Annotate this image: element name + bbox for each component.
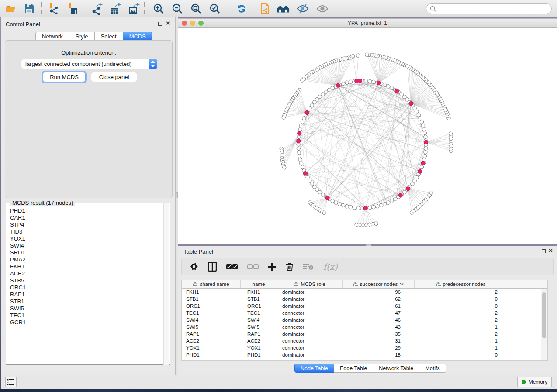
add-icon[interactable] (268, 261, 276, 272)
graph-node[interactable] (424, 135, 427, 138)
graph-node[interactable] (308, 107, 311, 110)
column-header-predecessor-nodes[interactable]: predecessor nodes (415, 280, 507, 288)
zoom-in-icon[interactable] (152, 2, 165, 15)
graph-node[interactable] (282, 166, 286, 169)
graph-node[interactable] (415, 110, 419, 113)
tab-style[interactable]: Style (69, 32, 95, 41)
graph-node[interactable] (356, 206, 360, 210)
mcds-result-item[interactable]: STP4 (7, 221, 163, 228)
graph-node[interactable] (280, 153, 284, 157)
graph-node[interactable] (383, 202, 387, 206)
graph-node[interactable] (282, 116, 285, 119)
graph-node[interactable] (419, 117, 422, 120)
task-history-button[interactable] (5, 377, 17, 387)
mcds-result-item[interactable]: FKH1 (7, 263, 163, 270)
graph-hub-node[interactable] (303, 172, 307, 175)
graph-node[interactable] (379, 203, 383, 207)
graph-node[interactable] (338, 202, 341, 206)
split-columns-icon[interactable] (208, 261, 217, 272)
graph-node[interactable] (420, 165, 423, 169)
graph-node[interactable] (390, 86, 394, 90)
graph-hub-node[interactable] (305, 110, 309, 114)
graph-node[interactable] (387, 85, 390, 88)
mcds-result-item[interactable]: YOX1 (7, 235, 163, 242)
graph-hub-node[interactable] (336, 83, 340, 87)
close-table-panel-icon[interactable]: × (549, 247, 553, 254)
graph-node[interactable] (364, 79, 368, 83)
table-row[interactable]: SWI5SWI5connector431 (182, 323, 547, 330)
graph-node[interactable] (353, 206, 356, 210)
show-eye-icon[interactable] (316, 2, 329, 15)
zoom-out-icon[interactable] (171, 2, 184, 15)
graph-hub-node[interactable] (358, 79, 362, 83)
export-network-icon[interactable] (91, 2, 104, 15)
run-mcds-button[interactable]: Run MCDS (43, 72, 86, 82)
graph-node[interactable] (298, 158, 302, 162)
graph-hub-node[interactable] (298, 131, 301, 135)
graph-node[interactable] (422, 127, 426, 131)
table-row[interactable]: TEC1TEC1connector472 (182, 309, 547, 316)
graph-hub-node[interactable] (325, 196, 329, 200)
graph-node[interactable] (393, 197, 397, 201)
criterion-select[interactable]: largest connected component (undirected) (21, 59, 157, 69)
graph-node[interactable] (306, 175, 309, 179)
tab-mcds[interactable]: MCDS (123, 32, 152, 41)
close-panel-icon[interactable]: × (166, 19, 170, 27)
select-all-icon[interactable] (226, 261, 238, 272)
graph-node[interactable] (324, 90, 328, 94)
column-header-name[interactable]: name (241, 280, 277, 288)
mcds-result-item[interactable]: GCR1 (7, 319, 163, 326)
mcds-result-list[interactable]: PHD1CAR1STP4TID3YOX1SWI4SRD1PMA2FKH1ACE2… (7, 207, 163, 362)
graph-node[interactable] (423, 131, 426, 134)
float-window-icon[interactable] (158, 22, 162, 26)
graph-node[interactable] (345, 205, 349, 208)
graph-node[interactable] (297, 147, 300, 150)
tab-select[interactable]: Select (95, 32, 123, 41)
graph-hub-node[interactable] (395, 89, 399, 93)
table-row[interactable]: ORC1ORC1dominator610 (182, 303, 547, 309)
graph-node[interactable] (351, 54, 354, 58)
column-header-successor-nodes[interactable]: successor nodes (343, 280, 415, 288)
mcds-result-item[interactable]: ORC1 (7, 284, 163, 291)
graph-node[interactable] (387, 201, 390, 204)
table-scrollbar-thumb[interactable] (542, 292, 546, 338)
graph-node[interactable] (345, 81, 349, 84)
network-canvas[interactable] (178, 28, 557, 244)
network-titlebar[interactable]: YPA_prune.txt_1 (178, 19, 557, 28)
graph-hub-node[interactable] (363, 206, 367, 210)
memory-button[interactable]: Memory (517, 377, 552, 387)
column-header-shared-name[interactable]: shared name (182, 280, 241, 288)
import-table-icon[interactable] (66, 2, 80, 15)
graph-node[interactable] (322, 211, 326, 214)
graph-node[interactable] (310, 103, 314, 107)
table-row[interactable]: SWI4SWI4dominator462 (182, 316, 547, 323)
table-row[interactable]: PHD1PHD1dominator180 (182, 351, 547, 358)
graph-node[interactable] (368, 206, 371, 210)
graph-node[interactable] (349, 205, 352, 209)
graph-node[interactable] (308, 179, 311, 182)
mcds-result-item[interactable]: CAR1 (7, 214, 163, 221)
graph-node[interactable] (301, 120, 304, 124)
mcds-result-item[interactable]: STB1 (7, 298, 163, 305)
graph-node[interactable] (423, 154, 426, 158)
graph-node[interactable] (302, 117, 306, 120)
graph-node[interactable] (301, 79, 304, 82)
zoom-fit-icon[interactable] (190, 2, 203, 15)
mcds-result-item[interactable]: ACE2 (7, 270, 163, 277)
graph-node[interactable] (413, 107, 416, 110)
graph-node[interactable] (372, 80, 375, 83)
refresh-icon[interactable] (235, 2, 248, 15)
graph-node[interactable] (424, 150, 427, 154)
graph-node[interactable] (299, 162, 303, 165)
graph-node[interactable] (376, 205, 379, 208)
graph-node[interactable] (368, 79, 371, 83)
zoom-selected-icon[interactable] (208, 2, 221, 15)
graph-node[interactable] (374, 222, 378, 225)
graph-node[interactable] (420, 120, 423, 124)
table-row[interactable]: YOX1YOX1connector291 (182, 344, 547, 351)
graph-hub-node[interactable] (297, 139, 301, 143)
graph-node[interactable] (301, 165, 304, 169)
graph-node[interactable] (334, 201, 338, 204)
save-icon[interactable] (23, 2, 36, 15)
mcds-result-item[interactable]: TEC1 (7, 312, 163, 319)
